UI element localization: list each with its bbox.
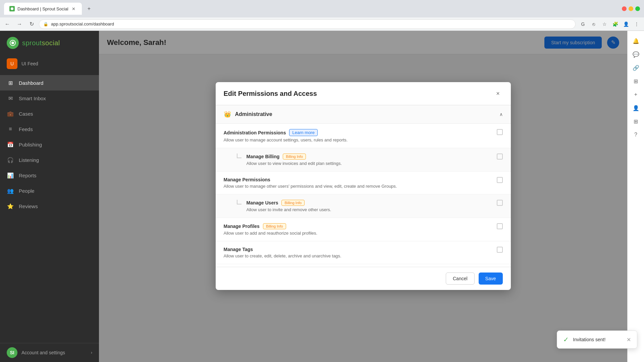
profile-icon[interactable]: 👤 (621, 19, 631, 29)
reviews-icon: ⭐ (7, 202, 14, 210)
app-wrapper: sproutsocial U UI Feed ⊞ Dashboard ✉ Sma… (0, 31, 644, 362)
table-icon[interactable]: ⊞ (630, 115, 642, 127)
manage-billing-content: Manage Billing Billing Info Allow user t… (247, 154, 491, 166)
manage-billing-check[interactable] (497, 154, 503, 160)
manage-profiles-checkbox[interactable] (491, 223, 503, 229)
bookmark-icon[interactable]: ☆ (600, 19, 609, 29)
sidebar-item-reviews[interactable]: ⭐ Reviews (0, 198, 99, 214)
publishing-icon: 📅 (7, 141, 14, 148)
save-button[interactable]: Save (479, 273, 503, 285)
back-button[interactable]: ← (3, 19, 12, 29)
manage-permissions-title: Manage Permissions (224, 177, 270, 182)
menu-icon[interactable]: ⋮ (632, 19, 641, 29)
admin-permissions-checkbox[interactable] (491, 129, 503, 135)
account-settings-item[interactable]: SI Account and settings › (0, 343, 99, 362)
manage-billing-row: Manage Billing Billing Info Allow user t… (216, 148, 511, 172)
sidebar-item-feeds[interactable]: ≡ Feeds (0, 121, 99, 137)
modal-footer: Cancel Save (216, 267, 511, 290)
manage-tags-desc: Allow user to create, edit, delete, arch… (224, 253, 491, 258)
sidebar-item-reports[interactable]: 📊 Reports (0, 168, 99, 183)
chat-icon[interactable]: 💬 (630, 48, 642, 60)
sidebar-item-cases[interactable]: 💼 Cases (0, 106, 99, 121)
manage-users-main: Manage Users Billing Info (247, 200, 491, 206)
browser-tab[interactable]: Dashboard | Sprout Social ✕ (4, 3, 82, 15)
window-close-button[interactable] (622, 6, 627, 11)
sidebar-item-listening[interactable]: 🎧 Listening (0, 152, 99, 168)
manage-profiles-check[interactable] (497, 223, 503, 229)
sidebar-label-publishing: Publishing (19, 142, 42, 147)
account-avatar: SI (7, 347, 17, 358)
manage-users-row: Manage Users Billing Info Allow user to … (216, 194, 511, 218)
manage-permissions-row: Manage Permissions Allow user to manage … (216, 172, 511, 194)
grid-icon[interactable]: ⊞ (630, 75, 642, 87)
address-bar-row: ← → ↻ 🔒 app.sproutsocial.com/dashboard G… (0, 17, 644, 31)
manage-tags-check[interactable] (497, 247, 503, 253)
modal-body[interactable]: 👑 Administrative ∧ Administration Permis… (216, 105, 511, 267)
address-bar[interactable]: 🔒 app.sproutsocial.com/dashboard (39, 19, 576, 29)
manage-profiles-desc: Allow user to add and reauthorize social… (224, 231, 491, 236)
window-maximize-button[interactable] (635, 6, 640, 11)
add-icon[interactable]: + (630, 88, 642, 101)
sidebar-item-people[interactable]: 👥 People (0, 183, 99, 198)
section-header-left: 👑 Administrative (224, 111, 272, 118)
forward-button[interactable]: → (15, 19, 24, 29)
toast-success-icon: ✓ (563, 336, 569, 344)
sidebar-item-ui-feed[interactable]: U UI Feed (0, 55, 99, 72)
toast-close-button[interactable]: ✕ (627, 337, 631, 343)
modal-close-button[interactable]: × (493, 89, 503, 98)
edit-permissions-modal: Edit Permissions and Access × 👑 Administ… (216, 82, 511, 290)
sidebar-item-publishing[interactable]: 📅 Publishing (0, 137, 99, 152)
sidebar-label-cases: Cases (19, 111, 33, 117)
sidebar-item-smart-inbox[interactable]: ✉ Smart Inbox (0, 90, 99, 106)
indent-connector (236, 154, 243, 158)
logo-text: sproutsocial (22, 39, 60, 47)
toast-notification: ✓ Invitations sent! ✕ (557, 330, 637, 349)
google-icon[interactable]: G (578, 19, 588, 29)
link-icon[interactable]: 🔗 (630, 62, 642, 74)
account-settings-label: Account and settings (21, 350, 65, 355)
svg-point-0 (11, 7, 13, 10)
manage-tags-main: Manage Tags (224, 247, 491, 252)
manage-users-title: Manage Users (247, 200, 278, 205)
learn-more-link[interactable]: Learn more (289, 129, 317, 136)
window-minimize-button[interactable] (629, 6, 633, 11)
user-add-icon[interactable]: 👤 (630, 102, 642, 114)
manage-billing-checkbox[interactable] (491, 154, 503, 160)
manage-permissions-checkbox[interactable] (491, 177, 503, 183)
manage-profiles-row: Manage Profiles Billing Info Allow user … (216, 218, 511, 241)
sidebar-nav: ⊞ Dashboard ✉ Smart Inbox 💼 Cases ≡ Feed… (0, 72, 99, 217)
admin-permissions-check[interactable] (497, 129, 503, 135)
account-arrow-icon: › (91, 350, 92, 355)
manage-profiles-content: Manage Profiles Billing Info Allow user … (224, 223, 491, 236)
lock-icon: 🔒 (43, 22, 48, 26)
dashboard-icon: ⊞ (7, 79, 14, 86)
people-icon: 👥 (7, 187, 14, 194)
manage-users-content: Manage Users Billing Info Allow user to … (247, 200, 491, 212)
share-icon[interactable]: ⎋ (589, 19, 598, 29)
notification-bell-icon[interactable]: 🔔 (630, 35, 642, 47)
indent-connector-2 (236, 200, 243, 204)
cancel-button[interactable]: Cancel (446, 273, 475, 285)
listening-icon: 🎧 (7, 156, 14, 164)
manage-tags-checkbox[interactable] (491, 247, 503, 253)
help-icon[interactable]: ? (630, 129, 642, 141)
manage-permissions-check[interactable] (497, 177, 503, 183)
extension-puzzle-icon[interactable]: 🧩 (610, 19, 620, 29)
section-collapse-button[interactable]: ∧ (499, 112, 503, 117)
manage-tags-content: Manage Tags Allow user to create, edit, … (224, 247, 491, 258)
url-text: app.sproutsocial.com/dashboard (51, 21, 114, 26)
admin-permissions-content: Administration Permissions Learn more Al… (224, 129, 491, 142)
manage-billing-main: Manage Billing Billing Info (247, 154, 491, 160)
refresh-button[interactable]: ↻ (27, 19, 36, 29)
cases-icon: 💼 (7, 110, 14, 117)
section-title: Administrative (235, 111, 272, 117)
sidebar-item-dashboard[interactable]: ⊞ Dashboard (0, 75, 99, 90)
manage-users-check[interactable] (497, 200, 503, 206)
manage-tags-row: Manage Tags Allow user to create, edit, … (216, 241, 511, 264)
manage-users-checkbox[interactable] (491, 200, 503, 206)
administrative-icon: 👑 (224, 111, 231, 118)
sidebar: sproutsocial U UI Feed ⊞ Dashboard ✉ Sma… (0, 31, 99, 362)
tab-close-button[interactable]: ✕ (71, 6, 76, 11)
sidebar-label-reviews: Reviews (19, 203, 38, 209)
new-tab-button[interactable]: + (85, 4, 94, 13)
